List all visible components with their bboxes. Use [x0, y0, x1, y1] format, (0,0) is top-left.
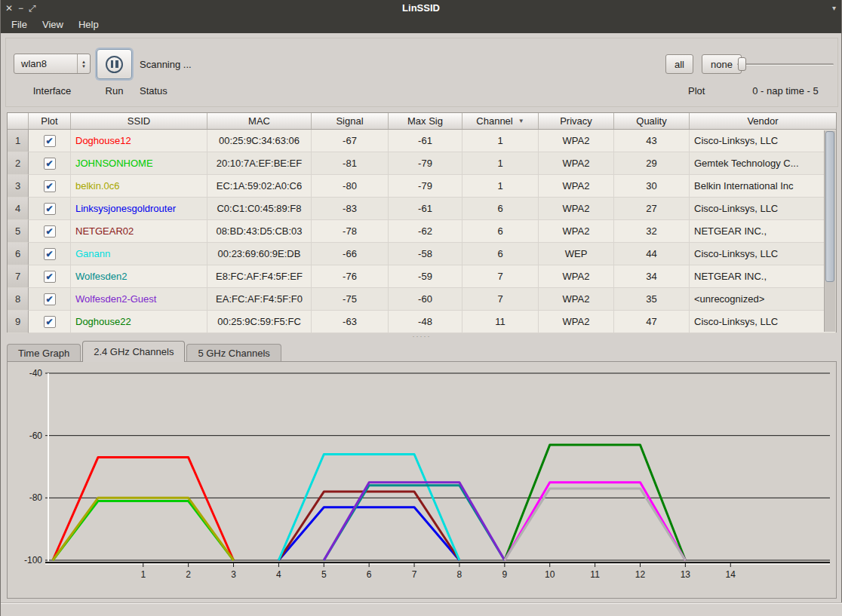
quality-cell: 44	[614, 243, 690, 265]
slider-track[interactable]	[737, 63, 834, 66]
row-number: 4	[8, 198, 29, 220]
signal-cell: -81	[312, 152, 389, 175]
menu-help[interactable]: Help	[71, 17, 106, 33]
run-pause-button[interactable]	[97, 49, 132, 79]
column-header-max-sig[interactable]: Max Sig	[389, 113, 462, 129]
column-header-mac[interactable]: MAC	[207, 113, 312, 129]
plot-checkbox[interactable]: ✔	[44, 158, 56, 170]
table-row[interactable]: 9✔Doghouse2200:25:9C:59:F5:FC-63-4811WPA…	[8, 311, 836, 333]
signal-cell: -78	[312, 220, 389, 243]
x-tick-label: 7	[412, 569, 417, 580]
signal-cell: -75	[312, 288, 389, 311]
signal-cell: -66	[312, 243, 389, 265]
signal-cell: -80	[312, 175, 389, 198]
table-row[interactable]: 2✔JOHNSONHOME20:10:7A:EF:BE:EF-81-791WPA…	[8, 152, 836, 175]
privacy-cell: WPA2	[539, 175, 614, 198]
row-number: 3	[8, 175, 29, 198]
menu-file[interactable]: File	[4, 17, 35, 33]
plot-cell: ✔	[29, 130, 71, 152]
plot-checkbox[interactable]: ✔	[44, 316, 56, 328]
column-header-channel[interactable]: Channel▼	[462, 113, 539, 129]
column-header-signal[interactable]: Signal	[312, 113, 389, 129]
vendor-cell: Cisco-Linksys, LLC	[690, 243, 836, 265]
plot-none-button[interactable]: none	[702, 54, 742, 74]
column-header-privacy[interactable]: Privacy	[539, 113, 614, 129]
plot-checkbox[interactable]: ✔	[44, 135, 56, 147]
table-row[interactable]: 5✔NETGEAR0208:BD:43:D5:CB:03-78-626WPA23…	[8, 220, 836, 243]
max-signal-cell: -59	[389, 265, 462, 288]
plot-checkbox[interactable]: ✔	[44, 248, 56, 260]
interface-spinner[interactable]: ▲ ▼	[77, 54, 90, 73]
signal-curve-Linksysjonesgoldrouter	[278, 507, 459, 560]
tab-24ghz-channels[interactable]: 2.4 GHz Channels	[82, 341, 185, 362]
nap-time-slider[interactable]	[737, 57, 834, 71]
interface-value: wlan8	[14, 58, 77, 69]
mac-cell: 08:BD:43:D5:CB:03	[207, 220, 312, 243]
plot-cell: ✔	[29, 243, 71, 265]
mac-cell: 00:23:69:60:9E:DB	[207, 243, 312, 265]
max-signal-cell: -58	[389, 243, 462, 265]
plot-checkbox[interactable]: ✔	[44, 271, 56, 283]
table-row[interactable]: 7✔Wolfesden2E8:FC:AF:F4:5F:EF-76-597WPA2…	[8, 265, 836, 288]
privacy-cell: WPA2	[539, 288, 614, 311]
signal-cell: -63	[312, 311, 389, 333]
channel-cell: 7	[462, 265, 539, 288]
x-tick-label: 8	[457, 569, 462, 580]
scrollbar-thumb[interactable]	[825, 131, 834, 282]
table-header: PlotSSIDMACSignalMax SigChannel▼PrivacyQ…	[8, 113, 836, 130]
menu-view[interactable]: View	[35, 17, 71, 33]
table-row[interactable]: 6✔Ganann00:23:69:60:9E:DB-66-586WEP44Cis…	[8, 243, 836, 265]
sort-desc-icon: ▼	[518, 118, 524, 124]
slider-handle[interactable]	[738, 57, 746, 71]
y-tick-label: -40	[29, 368, 43, 378]
tab-time-graph[interactable]: Time Graph	[7, 344, 81, 361]
mac-cell: C0:C1:C0:45:89:F8	[207, 198, 312, 220]
channel-cell: 6	[462, 243, 539, 265]
row-number: 7	[8, 265, 29, 288]
column-header-vendor[interactable]: Vendor	[690, 113, 836, 129]
plot-all-button[interactable]: all	[665, 54, 693, 74]
window-controls: ✕ − ⤢	[5, 0, 36, 17]
plot-checkbox[interactable]: ✔	[44, 203, 56, 215]
column-header-quality[interactable]: Quality	[614, 113, 690, 129]
plot-cell: ✔	[29, 220, 71, 243]
quality-cell: 32	[614, 220, 690, 243]
ssid-cell: Doghouse12	[71, 130, 207, 152]
x-tick-label: 10	[545, 569, 555, 580]
table-row[interactable]: 8✔Wolfesden2-GuestEA:FC:AF:F4:5F:F0-75-6…	[8, 288, 836, 311]
x-tick-label: 11	[590, 569, 600, 580]
ssid-cell: Linksysjonesgoldrouter	[71, 198, 207, 220]
quality-cell: 43	[614, 130, 690, 152]
minimize-icon[interactable]: −	[18, 0, 23, 17]
column-header-label: Max Sig	[407, 115, 443, 127]
column-header-label: Plot	[41, 115, 57, 127]
close-icon[interactable]: ✕	[5, 0, 13, 17]
table-row[interactable]: 1✔Doghouse1200:25:9C:34:63:06-67-611WPA2…	[8, 130, 836, 152]
quality-cell: 35	[614, 288, 690, 311]
splitter-handle[interactable]: ·····	[1, 333, 842, 341]
mac-cell: 20:10:7A:EF:BE:EF	[207, 152, 312, 175]
linssid-window: ✕ − ⤢ LinSSID ▾ File View Help wlan8 ▲ ▼…	[0, 0, 842, 616]
plot-checkbox[interactable]: ✔	[44, 225, 56, 238]
signal-cell: -76	[312, 265, 389, 288]
table-row[interactable]: 4✔LinksysjonesgoldrouterC0:C1:C0:45:89:F…	[8, 198, 836, 220]
status-label: Status	[140, 85, 167, 97]
vendor-cell: NETGEAR INC.,	[690, 265, 836, 288]
privacy-cell: WPA2	[539, 152, 614, 175]
table-scrollbar[interactable]	[824, 130, 835, 332]
mac-cell: 00:25:9C:34:63:06	[207, 130, 312, 152]
spinner-down-icon[interactable]: ▼	[81, 64, 86, 69]
chevron-down-icon[interactable]: ▾	[832, 0, 836, 17]
tab-5ghz-channels[interactable]: 5 GHz Channels	[186, 344, 281, 361]
column-header-ssid[interactable]: SSID	[71, 113, 207, 129]
table-row[interactable]: 3✔belkin.0c6EC:1A:59:02:A0:C6-80-791WPA2…	[8, 175, 836, 198]
interface-select[interactable]: wlan8 ▲ ▼	[14, 54, 91, 74]
column-header-label: Signal	[336, 115, 363, 127]
max-signal-cell: -62	[389, 220, 462, 243]
column-header-plot[interactable]: Plot	[29, 113, 71, 129]
plot-checkbox[interactable]: ✔	[44, 180, 56, 192]
plot-checkbox[interactable]: ✔	[44, 293, 56, 305]
vendor-cell: Cisco-Linksys, LLC	[690, 198, 836, 220]
max-signal-cell: -60	[389, 288, 462, 311]
maximize-icon[interactable]: ⤢	[29, 0, 36, 17]
